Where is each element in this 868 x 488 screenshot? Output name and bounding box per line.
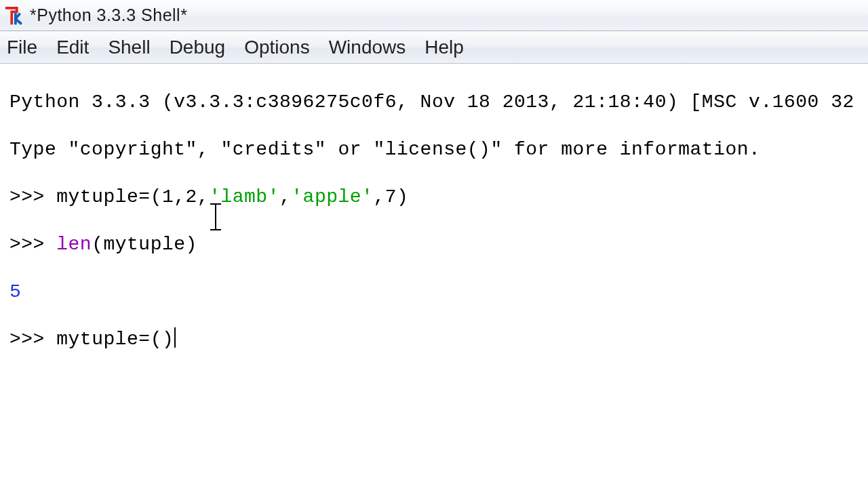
code-text: ,7) — [373, 186, 408, 207]
python-tk-icon — [4, 5, 24, 26]
code-text: , — [279, 186, 291, 207]
menu-edit[interactable]: Edit — [56, 37, 89, 58]
prompt: >>> — [9, 329, 56, 350]
menu-help[interactable]: Help — [425, 37, 464, 58]
builtin-name: len — [56, 234, 92, 255]
menu-options[interactable]: Options — [244, 37, 310, 58]
string-literal: 'apple' — [291, 186, 373, 207]
repl-line-1: >>> mytuple=(1,2,'lamb','apple',7) — [9, 185, 859, 209]
code-text: mytuple=() — [56, 329, 174, 350]
window-title: *Python 3.3.3 Shell* — [30, 5, 187, 25]
menu-shell[interactable]: Shell — [108, 37, 150, 58]
code-text: mytuple=(1,2, — [56, 186, 209, 207]
prompt: >>> — [9, 234, 56, 255]
repl-line-2: >>> len(mytuple) — [9, 232, 859, 256]
repl-output: 5 — [9, 280, 859, 304]
menubar: File Edit Shell Debug Options Windows He… — [0, 31, 868, 64]
prompt: >>> — [9, 186, 56, 207]
menu-windows[interactable]: Windows — [329, 37, 406, 58]
banner-line-2: Type "copyright", "credits" or "license(… — [9, 138, 859, 161]
code-text: (mytuple) — [92, 234, 197, 255]
repl-line-3: >>> mytuple=() — [9, 327, 859, 351]
banner-line-1: Python 3.3.3 (v3.3.3:c3896275c0f6, Nov 1… — [9, 90, 859, 114]
string-literal: 'lamb' — [209, 186, 279, 207]
text-caret — [174, 327, 176, 348]
menu-file[interactable]: File — [7, 37, 37, 58]
shell-text-area[interactable]: Python 3.3.3 (v3.3.3:c3896275c0f6, Nov 1… — [0, 64, 868, 488]
titlebar: *Python 3.3.3 Shell* — [0, 0, 868, 31]
menu-debug[interactable]: Debug — [170, 37, 226, 58]
